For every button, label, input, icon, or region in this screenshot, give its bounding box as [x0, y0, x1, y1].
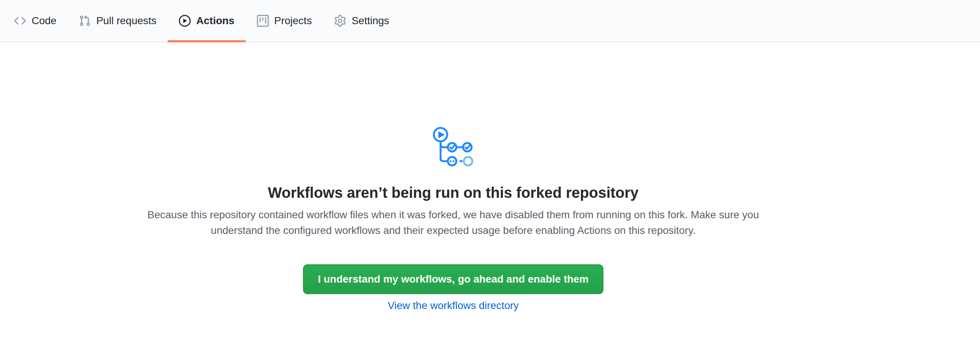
tab-pull-requests[interactable]: Pull requests [68, 0, 168, 42]
page-title: Workflows aren’t being run on this forke… [0, 183, 907, 202]
tab-projects[interactable]: Projects [246, 0, 323, 42]
tab-settings[interactable]: Settings [323, 0, 400, 42]
tab-actions[interactable]: Actions [168, 0, 246, 42]
tab-code[interactable]: Code [3, 0, 68, 42]
code-icon [14, 15, 26, 27]
tab-label: Projects [274, 16, 312, 26]
actions-row: I understand my workflows, go ahead and … [0, 264, 907, 294]
workflow-graph-icon [0, 127, 907, 169]
enable-workflows-button[interactable]: I understand my workflows, go ahead and … [303, 264, 603, 294]
empty-state-description: Because this repository contained workfl… [145, 207, 762, 238]
active-tab-indicator [168, 40, 246, 42]
view-workflows-link[interactable]: View the workflows directory [388, 298, 519, 313]
workflows-disabled-blankslate: Workflows aren’t being run on this forke… [0, 42, 907, 313]
tab-label: Actions [196, 16, 235, 26]
project-icon [257, 15, 269, 27]
tab-label: Pull requests [96, 16, 156, 26]
play-circle-icon [179, 15, 191, 27]
git-pull-request-icon [79, 15, 91, 27]
main-content: Workflows aren’t being run on this forke… [0, 42, 907, 313]
repo-header: Code Pull requests Actions Projects Sett… [0, 0, 980, 42]
repo-tab-nav: Code Pull requests Actions Projects Sett… [0, 0, 980, 42]
link-row: View the workflows directory [0, 298, 907, 313]
tab-label: Settings [352, 16, 389, 26]
gear-icon [334, 15, 346, 27]
tab-label: Code [32, 16, 57, 26]
